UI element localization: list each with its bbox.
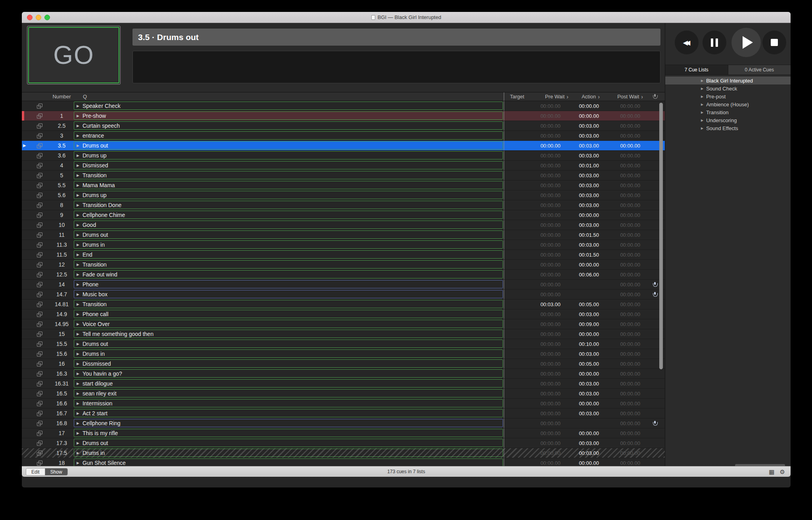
cue-row[interactable]: 2.5▶Curtain speech00:00.0000:03.0000:00.… xyxy=(22,121,665,131)
cue-list-item[interactable]: ▶Underscoring xyxy=(665,116,791,124)
cue-name-box[interactable]: ▶entrance xyxy=(74,131,503,140)
cue-number[interactable]: 16.5 xyxy=(50,389,73,398)
cue-row[interactable]: 5▶Transition00:00.0000:03.0000:00.00 xyxy=(22,171,665,180)
cue-post-time[interactable]: 00:00.00 xyxy=(602,290,645,299)
cue-action-time[interactable]: 00:00.00 xyxy=(572,329,602,339)
cue-action-time[interactable] xyxy=(572,290,602,299)
cue-pre-time[interactable]: 00:00.00 xyxy=(530,339,572,349)
cue-post-time[interactable]: 00:00.00 xyxy=(602,329,645,339)
cue-row[interactable]: 16▶Dissmissed00:00.0000:05.0000:00.00 xyxy=(22,359,665,369)
cue-pre-time[interactable]: 00:00.00 xyxy=(530,171,572,180)
cue-number[interactable]: 17 xyxy=(50,428,73,438)
cue-number[interactable]: 16.3 xyxy=(50,369,73,378)
cue-pre-time[interactable]: 00:00.00 xyxy=(530,151,572,160)
cue-pre-time[interactable]: 00:00.00 xyxy=(530,101,572,111)
cue-name-box[interactable]: ▶Intermission xyxy=(74,399,503,407)
disclosure-triangle-icon[interactable]: ▶ xyxy=(77,342,79,346)
cue-action-time[interactable]: 00:01.50 xyxy=(572,250,602,259)
cue-row[interactable]: 17▶This is my rifle00:00.0000:00.0000:00… xyxy=(22,428,665,438)
cue-action-time[interactable] xyxy=(572,418,602,428)
disclosure-triangle-icon[interactable]: ▶ xyxy=(77,124,79,128)
cue-pre-time[interactable]: 00:00.00 xyxy=(530,399,572,408)
cue-pre-time[interactable]: 00:00.00 xyxy=(530,359,572,368)
cue-action-time[interactable]: 00:03.00 xyxy=(572,438,602,448)
cue-pre-time[interactable]: 00:03.00 xyxy=(530,299,572,309)
cue-target-cell[interactable] xyxy=(504,349,530,359)
cue-name-box[interactable]: ▶Fade out wind xyxy=(74,270,503,278)
cue-post-time[interactable]: 00:00.00 xyxy=(602,428,645,438)
cue-number[interactable]: 15.6 xyxy=(50,349,73,359)
cue-post-time[interactable]: 00:00.00 xyxy=(602,389,645,398)
cue-pre-time[interactable]: 00:00.00 xyxy=(530,319,572,329)
cue-target-cell[interactable] xyxy=(504,131,530,140)
cue-post-time[interactable]: 00:00.00 xyxy=(602,161,645,170)
cue-target-cell[interactable] xyxy=(504,210,530,220)
cue-target-cell[interactable] xyxy=(504,309,530,319)
cue-post-time[interactable]: 00:00.00 xyxy=(602,260,645,269)
disclosure-triangle-icon[interactable]: ▶ xyxy=(701,119,703,122)
disclosure-triangle-icon[interactable]: ▶ xyxy=(77,154,79,157)
cue-target-cell[interactable] xyxy=(504,339,530,349)
cue-target-cell[interactable] xyxy=(504,418,530,428)
cue-name-box[interactable]: ▶Dissmissed xyxy=(74,359,503,368)
cue-target-cell[interactable] xyxy=(504,299,530,309)
minimize-window-button[interactable] xyxy=(36,15,41,20)
cue-target-cell[interactable] xyxy=(504,319,530,329)
cue-name-box[interactable]: ▶Transition xyxy=(74,300,503,308)
cue-row[interactable]: 11▶Drums out00:00.0000:01.5000:00.00 xyxy=(22,230,665,240)
cue-action-time[interactable]: 00:03.00 xyxy=(572,349,602,359)
cue-number[interactable]: 16.8 xyxy=(50,418,73,428)
cue-number[interactable]: 3.6 xyxy=(50,151,73,160)
cue-number[interactable] xyxy=(50,101,73,111)
chevron-icon[interactable]: › xyxy=(641,94,643,100)
cue-number[interactable]: 10 xyxy=(50,220,73,230)
cue-post-time[interactable]: 00:00.00 xyxy=(602,369,645,378)
cue-target-cell[interactable] xyxy=(504,121,530,130)
go-button[interactable]: GO xyxy=(27,26,121,84)
cue-name-box[interactable]: ▶sean riley exit xyxy=(74,389,503,397)
cue-target-cell[interactable] xyxy=(504,379,530,388)
disclosure-triangle-icon[interactable]: ▶ xyxy=(77,104,79,108)
cue-target-cell[interactable] xyxy=(504,329,530,339)
cue-row[interactable]: 14.7▶Music box00:00.0000:00.00 xyxy=(22,290,665,299)
cue-notes-field[interactable] xyxy=(132,51,660,83)
cue-row[interactable]: 5.5▶Mama Mama00:00.0000:03.0000:00.00 xyxy=(22,180,665,190)
cue-name-box[interactable]: ▶Drums up xyxy=(74,151,503,159)
cue-target-cell[interactable] xyxy=(504,180,530,190)
cue-list-item[interactable]: ▶Sound Check xyxy=(665,84,791,92)
disclosure-triangle-icon[interactable]: ▶ xyxy=(77,401,79,405)
cue-action-time[interactable]: 00:00.00 xyxy=(572,428,602,438)
cue-pre-time[interactable]: 00:00.00 xyxy=(530,280,572,289)
cue-row[interactable]: 9▶Cellphone Chime00:00.0000:00.0000:00.0… xyxy=(22,210,665,220)
cue-target-cell[interactable] xyxy=(504,141,530,150)
cue-row[interactable]: 14▶Phone00:00.0000:00.00 xyxy=(22,280,665,290)
cue-row[interactable]: 3.6▶Drums up00:00.0000:03.0000:00.00 xyxy=(22,151,665,161)
cue-target-cell[interactable] xyxy=(504,111,530,121)
cue-row[interactable]: 8▶Transition Done00:00.0000:03.0000:00.0… xyxy=(22,200,665,210)
cue-pre-time[interactable]: 00:00.00 xyxy=(530,329,572,339)
cue-post-time[interactable]: 00:00.00 xyxy=(602,190,645,200)
cue-post-time[interactable]: 00:00.00 xyxy=(602,111,645,121)
cue-pre-time[interactable]: 00:00.00 xyxy=(530,369,572,378)
cue-row[interactable]: 16.7▶Act 2 start00:00.0000:03.0000:00.00 xyxy=(22,409,665,418)
cue-action-time[interactable]: 00:03.00 xyxy=(572,121,602,130)
cue-target-cell[interactable] xyxy=(504,190,530,200)
cue-name-box[interactable]: ▶Tell me something good then xyxy=(74,330,503,338)
cue-target-cell[interactable] xyxy=(504,151,530,160)
cue-post-time[interactable]: 00:00.00 xyxy=(602,131,645,140)
cue-name-box[interactable]: ▶Act 2 start xyxy=(74,409,503,417)
cue-name-box[interactable]: ▶Dismissed xyxy=(74,161,503,169)
cue-row[interactable]: 16.8▶Cellphone Ring00:00.0000:00.00 xyxy=(22,418,665,428)
cue-name-box[interactable]: ▶Speaker Check xyxy=(74,102,503,110)
cue-target-cell[interactable] xyxy=(504,399,530,408)
cue-row[interactable]: 3▶entrance00:00.0000:03.0000:00.00 xyxy=(22,131,665,141)
cue-action-time[interactable]: 00:03.00 xyxy=(572,379,602,388)
disclosure-triangle-icon[interactable]: ▶ xyxy=(701,127,703,130)
cue-action-time[interactable]: 00:01.50 xyxy=(572,230,602,240)
cue-number[interactable]: 17.3 xyxy=(50,438,73,448)
cue-pre-time[interactable]: 00:00.00 xyxy=(530,240,572,249)
disclosure-triangle-icon[interactable]: ▶ xyxy=(77,332,79,336)
cue-pre-time[interactable]: 00:00.00 xyxy=(530,379,572,388)
disclosure-triangle-icon[interactable]: ▶ xyxy=(77,253,79,257)
cue-name-box[interactable]: ▶Transition xyxy=(74,260,503,269)
